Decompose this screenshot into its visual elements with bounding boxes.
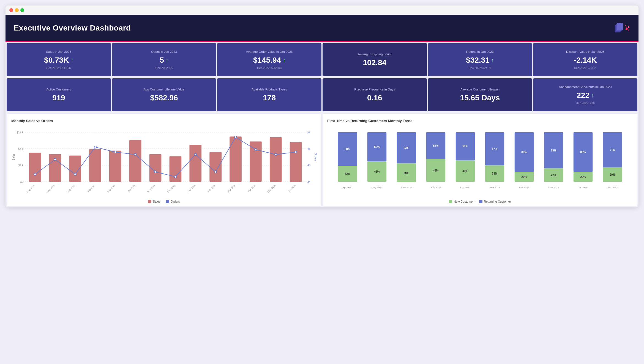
legend-orders: Orders [166, 200, 180, 203]
charts-row: Monthly Sales vs Orders $0$4 k$8 k$12 k3… [6, 112, 638, 207]
svg-text:20%: 20% [580, 175, 586, 178]
kpi-value: $145.94↑ [253, 56, 285, 65]
close-button[interactable] [9, 8, 13, 12]
dashboard-graphic [614, 23, 630, 34]
svg-text:May 2022: May 2022 [26, 184, 36, 193]
kpi-label: Average Shipping hours [358, 52, 392, 56]
kpi-card: Discount Value in Jan 2023-2.14KDec 2022… [533, 43, 637, 76]
svg-text:27%: 27% [551, 174, 556, 177]
svg-text:59%: 59% [374, 145, 380, 148]
kpi-label: Sales in Jan 2023 [46, 50, 71, 54]
svg-text:July 2022: July 2022 [430, 186, 441, 189]
kpi-sub: Dec 2022: -2.33K [574, 66, 597, 70]
legend-returning-dot [479, 200, 482, 203]
customers-chart-legend: New Customer Returning Customer [327, 200, 633, 203]
kpi-label: Abandonment Checkouts in Jan 2023 [559, 85, 612, 89]
kpi-value: 102.84 [363, 59, 387, 67]
kpi-label: Average Order Value in Jan 2023 [246, 50, 293, 54]
svg-text:67%: 67% [492, 147, 497, 150]
svg-point-39 [174, 176, 176, 178]
kpi-label: Refund in Jan 2023 [466, 50, 494, 54]
kpi-label: Avg Customer Lifetime Value [144, 87, 184, 92]
svg-text:Nov 2022: Nov 2022 [147, 184, 156, 193]
kpi-card: Available Products Types178 [217, 78, 321, 111]
svg-point-42 [234, 136, 237, 138]
svg-text:33%: 33% [492, 172, 497, 175]
svg-text:Apr 2022: Apr 2022 [342, 186, 353, 189]
svg-point-37 [134, 153, 137, 156]
svg-point-45 [295, 151, 297, 153]
svg-point-38 [154, 171, 157, 173]
kpi-card: Sales in Jan 2023$0.73K↑Dec 2022: $14.19… [7, 43, 111, 76]
dashboard: Executive Overview Dashboard Sales in Ja… [6, 15, 638, 207]
svg-line-5 [625, 25, 629, 31]
sales-chart-card: Monthly Sales vs Orders $0$4 k$8 k$12 k3… [7, 114, 321, 206]
svg-point-35 [94, 146, 96, 148]
svg-text:73%: 73% [551, 149, 556, 152]
maximize-button[interactable] [20, 8, 24, 12]
kpi-arrow: ↑ [166, 57, 168, 63]
sales-chart-legend: Sales Orders [11, 200, 317, 203]
svg-text:Dec 2022: Dec 2022 [578, 186, 588, 189]
kpi-value: $0.73K↑ [44, 56, 73, 65]
svg-point-4 [628, 26, 629, 28]
svg-text:32%: 32% [345, 172, 350, 175]
legend-new-label: New Customer [454, 200, 474, 203]
kpi-label: Discount Value in Jan 2023 [566, 50, 604, 54]
svg-text:41%: 41% [374, 170, 380, 173]
svg-text:68%: 68% [345, 148, 350, 151]
kpi-card: Purchase Frequency in Days0.16 [323, 78, 427, 111]
legend-sales: Sales [148, 200, 160, 203]
kpi-label: Active Customers [46, 87, 71, 92]
kpi-label: Purchase Frequency in Days [354, 87, 395, 92]
svg-point-34 [74, 173, 76, 175]
kpi-arrow: ↑ [283, 57, 285, 63]
kpi-card: Average Customer Lifespan15.65 Days [428, 78, 532, 111]
kpi-arrow: ↑ [491, 57, 494, 63]
svg-point-40 [194, 153, 197, 156]
dashboard-title: Executive Overview Dashboard [14, 24, 131, 32]
svg-text:Oct 2022: Oct 2022 [519, 186, 529, 189]
legend-sales-label: Sales [153, 200, 160, 203]
legend-sales-dot [148, 200, 151, 203]
legend-new-customer: New Customer [449, 200, 474, 203]
kpi-card: Abandonment Checkouts in Jan 2023222↑Dec… [533, 78, 637, 111]
kpi-card: Average Order Value in Jan 2023$145.94↑D… [217, 43, 321, 76]
kpi-value: $582.96 [150, 94, 178, 102]
traffic-lights [6, 8, 638, 15]
svg-text:80%: 80% [580, 151, 586, 154]
kpi-card: Refund in Jan 2023$32.31↑Dec 2022: $24.7… [428, 43, 532, 76]
kpi-arrow: ↑ [70, 57, 73, 63]
svg-text:Jan 2023: Jan 2023 [187, 184, 196, 193]
svg-point-44 [275, 153, 277, 156]
svg-text:May 2022: May 2022 [372, 186, 383, 189]
kpi-sub: Dec 2022: $24.74 [469, 66, 492, 70]
svg-text:29%: 29% [610, 173, 615, 176]
svg-text:46%: 46% [433, 169, 438, 172]
legend-orders-dot [166, 200, 169, 203]
svg-text:Mar 2023: Mar 2023 [227, 184, 236, 193]
kpi-value: $32.31↑ [466, 56, 494, 65]
kpi-value: 222↑ [577, 91, 594, 100]
header-icon [614, 23, 630, 34]
legend-orders-label: Orders [171, 200, 180, 203]
svg-text:Apr 2023: Apr 2023 [247, 184, 256, 193]
legend-returning-customer: Returning Customer [479, 200, 511, 203]
svg-text:$0: $0 [20, 180, 24, 183]
svg-text:June 2022: June 2022 [46, 184, 56, 194]
svg-rect-21 [89, 149, 101, 182]
svg-text:38%: 38% [403, 172, 409, 175]
kpi-value: 5↑ [160, 56, 168, 65]
svg-rect-28 [230, 136, 242, 182]
svg-text:Orders: Orders [314, 153, 317, 161]
svg-rect-27 [209, 152, 222, 182]
svg-text:71%: 71% [610, 148, 615, 151]
kpi-label: Available Products Types [252, 87, 287, 92]
svg-text:20%: 20% [521, 175, 527, 178]
minimize-button[interactable] [15, 8, 19, 12]
sales-chart: $0$4 k$8 k$12 k34404652May 2022June 2022… [11, 127, 317, 198]
svg-point-32 [34, 173, 36, 175]
kpi-card: Active Customers919 [7, 78, 111, 111]
svg-text:63%: 63% [403, 147, 409, 150]
svg-text:Jun 2023: Jun 2023 [287, 184, 296, 193]
